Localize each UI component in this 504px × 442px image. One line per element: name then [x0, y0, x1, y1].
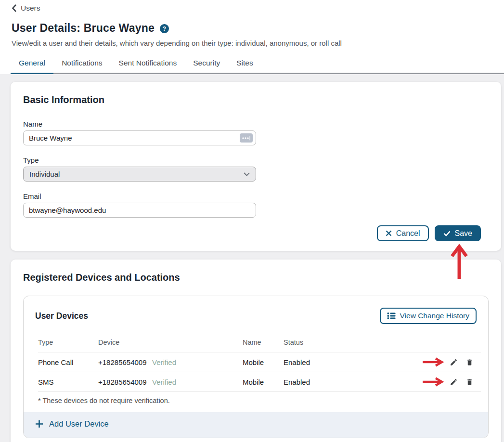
- user-devices-panel: User Devices View Change History Type De…: [23, 296, 489, 438]
- chevron-left-icon: [12, 4, 17, 12]
- list-icon: [387, 312, 396, 320]
- trash-icon: [466, 378, 473, 386]
- trash-icon: [466, 358, 473, 366]
- col-device: Device: [98, 338, 243, 346]
- page-subtitle: View/edit a user and their details, whic…: [12, 39, 504, 47]
- page-header: Users User Details: Bruce Wayne ? View/e…: [0, 0, 504, 74]
- save-button-label: Save: [455, 229, 472, 238]
- back-link-label: Users: [21, 4, 40, 13]
- devices-footnote: * These devices do not require verificat…: [38, 391, 481, 412]
- device-type: Phone Call: [38, 358, 98, 366]
- edit-device-button[interactable]: [450, 378, 458, 386]
- add-user-device-label: Add User Device: [49, 419, 109, 429]
- plus-icon: [35, 420, 43, 428]
- device-name: Mobile: [243, 358, 284, 366]
- chevron-down-icon: [244, 172, 250, 176]
- back-link-users[interactable]: Users: [12, 4, 40, 13]
- pencil-icon: [450, 378, 458, 386]
- email-label: Email: [23, 192, 256, 200]
- basic-information-card: Basic Information Name Type Individual: [11, 82, 501, 251]
- content-area: Basic Information Name Type Individual: [0, 74, 504, 442]
- col-name: Name: [243, 338, 284, 346]
- user-devices-title: User Devices: [35, 311, 88, 321]
- device-status: Enabled: [284, 378, 409, 386]
- x-icon: [386, 230, 392, 236]
- page-title: User Details: Bruce Wayne: [12, 22, 155, 35]
- device-name: Mobile: [243, 378, 284, 386]
- name-input[interactable]: [23, 130, 256, 145]
- device-number: +18285654009: [98, 358, 152, 366]
- help-icon[interactable]: ?: [160, 24, 169, 33]
- tab-general[interactable]: General: [11, 59, 53, 73]
- devices-table-header: Type Device Name Status: [38, 336, 481, 352]
- tab-sent-notifications[interactable]: Sent Notifications: [111, 59, 185, 73]
- annotation-arrow-right: [422, 357, 444, 367]
- tab-strip: General Notifications Sent Notifications…: [11, 59, 504, 74]
- registered-devices-card: Registered Devices and Locations User De…: [11, 260, 501, 442]
- device-verification: Verified: [152, 378, 176, 386]
- check-icon: [443, 231, 451, 236]
- edit-device-button[interactable]: [450, 358, 458, 366]
- col-type: Type: [38, 338, 98, 346]
- add-device-bar: Add User Device: [24, 412, 488, 438]
- add-user-device-button[interactable]: Add User Device: [35, 419, 109, 429]
- device-number: +18285654009: [98, 378, 152, 386]
- type-label: Type: [23, 156, 256, 164]
- device-type: SMS: [38, 378, 98, 386]
- registered-devices-heading: Registered Devices and Locations: [23, 272, 489, 283]
- name-label: Name: [23, 120, 256, 128]
- cancel-button[interactable]: Cancel: [377, 225, 429, 241]
- view-change-history-label: View Change History: [400, 312, 469, 320]
- device-row-phone-call: Phone Call +18285654009Verified Mobile E…: [38, 352, 481, 372]
- pencil-icon: [450, 358, 458, 366]
- col-status: Status: [284, 338, 409, 346]
- cancel-button-label: Cancel: [396, 229, 420, 238]
- annotation-arrow-right: [422, 377, 444, 387]
- tab-notifications[interactable]: Notifications: [53, 59, 110, 73]
- device-verification: Verified: [152, 358, 176, 366]
- device-row-sms: SMS +18285654009Verified Mobile Enabled: [38, 372, 481, 391]
- devices-table: Type Device Name Status Phone Call +1828…: [38, 336, 481, 391]
- delete-device-button[interactable]: [466, 358, 473, 366]
- delete-device-button[interactable]: [466, 378, 473, 386]
- tab-sites[interactable]: Sites: [228, 59, 261, 73]
- device-status: Enabled: [284, 358, 409, 366]
- name-input-ellipsis-button[interactable]: [240, 133, 253, 143]
- type-select-value: Individual: [29, 170, 60, 178]
- tab-security[interactable]: Security: [185, 59, 228, 73]
- ellipsis-cursor-icon: [242, 135, 251, 141]
- view-change-history-button[interactable]: View Change History: [380, 308, 477, 324]
- save-button[interactable]: Save: [435, 225, 481, 241]
- email-input[interactable]: [23, 203, 256, 218]
- type-select[interactable]: Individual: [23, 167, 256, 182]
- basic-information-heading: Basic Information: [23, 94, 489, 105]
